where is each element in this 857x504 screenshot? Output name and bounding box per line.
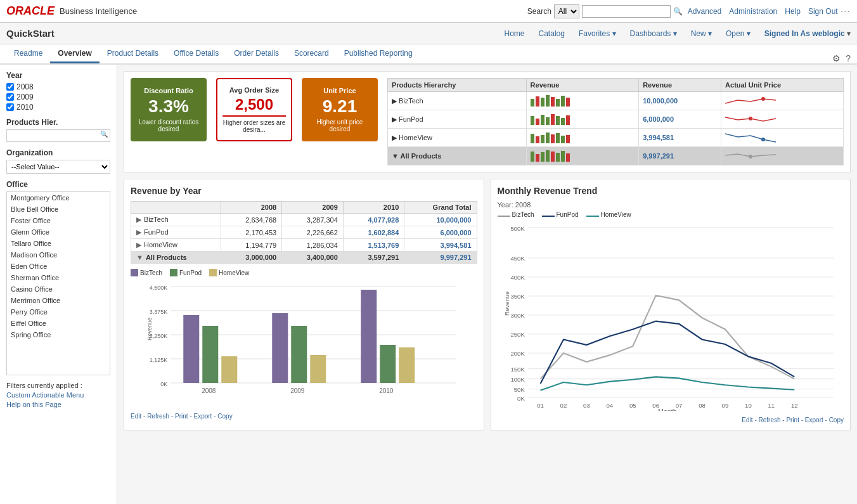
year-2008-label: 2008 <box>16 82 34 91</box>
funpod-mini-bar-chart <box>531 112 581 125</box>
trend-copy-link[interactable]: Copy <box>829 417 844 423</box>
rev-cell-total-total: 9,997,291 <box>404 252 477 264</box>
bar-chart-copy-link[interactable]: Copy <box>217 413 232 420</box>
svg-rect-13 <box>551 114 555 125</box>
office-item-casino[interactable]: Casino Office <box>7 283 110 295</box>
svg-rect-22 <box>551 134 555 143</box>
svg-rect-30 <box>546 150 550 162</box>
year-2009-checkbox[interactable] <box>6 93 14 101</box>
quickstart-title: QuickStart <box>6 28 55 39</box>
rev-cell-funpod-2010: 1,602,884 <box>343 226 404 239</box>
office-item-bluebell[interactable]: Blue Bell Office <box>7 204 110 215</box>
nav-favorites[interactable]: Favorites <box>572 27 622 41</box>
trend-edit-link[interactable]: Edit <box>742 417 752 423</box>
top-dots: ··· <box>841 6 851 17</box>
trend-legend-funpod: FunPod <box>542 211 579 218</box>
tab-product-details[interactable]: Product Details <box>100 45 166 63</box>
rev-cell-funpod-2008: 2,170,453 <box>221 226 282 239</box>
office-item-eiffel[interactable]: Eiffel Office <box>7 318 110 329</box>
search-scope-select[interactable]: All <box>554 4 579 18</box>
svg-text:350K: 350K <box>510 293 525 300</box>
nav-dashboards[interactable]: Dashboards <box>624 27 683 41</box>
office-item-sherman[interactable]: Sherman Office <box>7 272 110 283</box>
settings-icon[interactable]: ⚙ <box>832 53 841 63</box>
rev-cell-biztech-2010: 4,077,928 <box>343 214 404 226</box>
bar-chart-print-link[interactable]: Print <box>175 413 188 420</box>
year-2010-label: 2010 <box>16 103 34 112</box>
office-item-glenn[interactable]: Glenn Office <box>7 226 110 238</box>
signout-link[interactable]: Sign Out <box>808 7 838 16</box>
office-item-perry[interactable]: Perry Office <box>7 306 110 318</box>
administration-link[interactable]: Administration <box>729 7 777 16</box>
svg-rect-31 <box>551 152 555 162</box>
advanced-link[interactable]: Advanced <box>688 7 721 16</box>
svg-text:01: 01 <box>537 402 544 409</box>
office-item-merrimon[interactable]: Merrimon Office <box>7 295 110 306</box>
kpi-order-size-title: Avg Order Size <box>229 86 279 94</box>
rev-cell-homeview-2009: 1,286,034 <box>282 239 344 252</box>
tab-order-details[interactable]: Order Details <box>226 45 287 63</box>
bar-chart-edit-link[interactable]: Edit <box>131 413 141 420</box>
tab-readme[interactable]: Readme <box>6 45 50 63</box>
help-icon[interactable]: ? <box>846 53 851 63</box>
help-link[interactable]: Help <box>785 7 801 16</box>
search-input[interactable] <box>582 5 671 18</box>
sidebar: Year 2008 2009 2010 Products Hier. Organ… <box>0 65 117 504</box>
bar-chart-refresh-link[interactable]: Refresh <box>147 413 169 420</box>
svg-rect-47 <box>183 315 199 383</box>
search-icon[interactable]: 🔍 <box>673 7 683 16</box>
kpi-unit-price-title: Unit Price <box>323 87 356 94</box>
tab-office-details[interactable]: Office Details <box>166 45 226 63</box>
svg-text:Revenue: Revenue <box>146 318 153 340</box>
office-item-madison[interactable]: Madison Office <box>7 249 110 261</box>
year-2008-item: 2008 <box>6 82 110 91</box>
svg-text:02: 02 <box>560 402 567 409</box>
rev-cell-homeview-2008: 1,194,779 <box>221 239 282 252</box>
svg-text:0K: 0K <box>160 381 167 387</box>
svg-rect-29 <box>541 152 544 162</box>
kpi-row-funpod: ▶ FunPod <box>388 110 844 129</box>
svg-rect-0 <box>531 99 534 107</box>
office-label: Office <box>6 180 110 189</box>
trend-export-link[interactable]: Export <box>805 417 823 423</box>
office-item-tellaro[interactable]: Tellaro Office <box>7 238 110 249</box>
username-label[interactable]: weblogic <box>812 29 844 38</box>
office-item-montgomery[interactable]: Montgomery Office <box>7 192 110 204</box>
svg-text:0K: 0K <box>517 395 525 402</box>
tab-published-reporting[interactable]: Published Reporting <box>337 45 420 63</box>
nav-home[interactable]: Home <box>498 27 531 41</box>
svg-text:2008: 2008 <box>202 387 216 394</box>
rev-row-funpod: ▶FunPod 2,170,453 2,226,662 1,602,884 6,… <box>131 226 477 239</box>
office-list[interactable]: Montgomery Office Blue Bell Office Foste… <box>6 191 110 375</box>
organization-select[interactable]: --Select Value-- <box>6 160 110 174</box>
svg-text:Revenue: Revenue <box>503 291 510 316</box>
trend-print-link[interactable]: Print <box>786 417 799 423</box>
office-item-foster[interactable]: Foster Office <box>7 215 110 226</box>
rev-cell-homeview-name: ▶HomeView <box>131 239 221 252</box>
trend-refresh-link[interactable]: Refresh <box>758 417 780 423</box>
nav-catalog[interactable]: Catalog <box>532 27 571 41</box>
bar-chart-legend: BizTech FunPod HomeView <box>131 269 477 276</box>
office-item-spring[interactable]: Spring Office <box>7 329 110 340</box>
nav-new[interactable]: New <box>685 27 718 41</box>
svg-rect-10 <box>536 119 539 125</box>
svg-rect-11 <box>541 115 544 125</box>
tab-overview[interactable]: Overview <box>50 45 99 63</box>
homeview-mini-bar-chart <box>531 131 581 143</box>
year-filter-section: Year 2008 2009 2010 <box>6 71 110 112</box>
svg-rect-27 <box>531 152 534 162</box>
kpi-discount-value: 3.3% <box>148 97 189 117</box>
svg-rect-20 <box>541 135 544 143</box>
bar-chart-export-link[interactable]: Export <box>193 413 212 420</box>
nav-open[interactable]: Open <box>719 27 757 41</box>
tab-scorecard[interactable]: Scorecard <box>287 45 337 63</box>
year-2010-checkbox[interactable] <box>6 103 14 111</box>
kpi-discount-sub: Lower discount ratios desired <box>136 119 202 132</box>
svg-text:100K: 100K <box>510 376 525 383</box>
year-2008-checkbox[interactable] <box>6 83 14 91</box>
office-item-eden[interactable]: Eden Office <box>7 261 110 272</box>
products-hier-search-input[interactable] <box>6 129 110 142</box>
custom-menu-link[interactable]: Custom Actionable Menu <box>6 391 110 399</box>
help-page-link[interactable]: Help on this Page <box>6 401 110 408</box>
kpi-table-header-unit-price: Actual Unit Price <box>721 79 844 92</box>
